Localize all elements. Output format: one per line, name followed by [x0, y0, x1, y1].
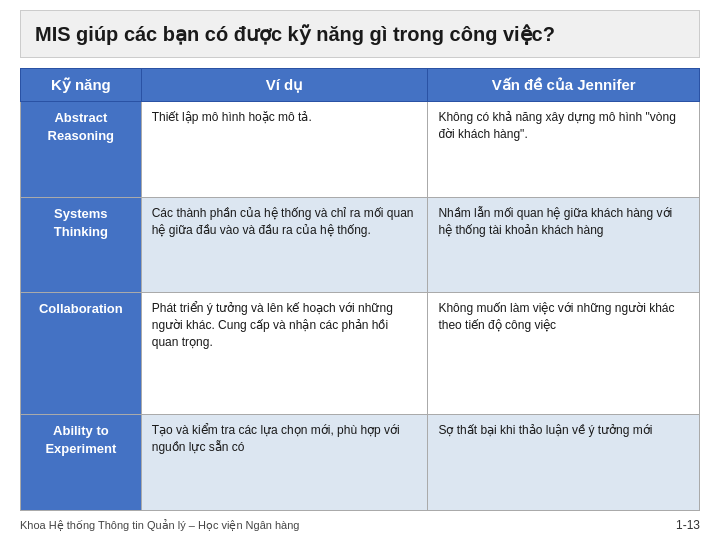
jennifer-cell: Nhầm lẫn mối quan hệ giữa khách hàng với… — [428, 197, 700, 293]
page-title: MIS giúp các bạn có được kỹ năng gì tron… — [20, 10, 700, 58]
table-row: CollaborationPhát triển ý tưởng và lên k… — [21, 293, 700, 415]
page-wrapper: MIS giúp các bạn có được kỹ năng gì tron… — [0, 0, 720, 540]
col-header-jennifer: Vấn đề của Jennifer — [428, 69, 700, 102]
example-cell: Phát triển ý tưởng và lên kế hoạch với n… — [141, 293, 428, 415]
skills-table: Kỹ năng Ví dụ Vấn đề của Jennifer Abstra… — [20, 68, 700, 511]
title-text: MIS giúp các bạn có được kỹ năng gì tron… — [35, 23, 555, 45]
table-row: Abstract ReasoningThiết lập mô hình hoặc… — [21, 102, 700, 198]
skill-cell: Collaboration — [21, 293, 142, 415]
jennifer-cell: Không muốn làm việc với những người khác… — [428, 293, 700, 415]
jennifer-cell: Sợ thất bại khi thảo luận về ý tưởng mới — [428, 415, 700, 511]
page-number: 1-13 — [676, 518, 700, 532]
skill-cell: Ability to Experiment — [21, 415, 142, 511]
footer-text: Khoa Hệ thống Thông tin Quản lý – Học vi… — [20, 519, 299, 532]
col-header-skill: Kỹ năng — [21, 69, 142, 102]
example-cell: Các thành phần của hệ thống và chỉ ra mố… — [141, 197, 428, 293]
example-cell: Tạo và kiểm tra các lựa chọn mới, phù hợ… — [141, 415, 428, 511]
example-cell: Thiết lập mô hình hoặc mô tả. — [141, 102, 428, 198]
skill-cell: Abstract Reasoning — [21, 102, 142, 198]
footer-bar: Khoa Hệ thống Thông tin Quản lý – Học vi… — [20, 518, 700, 532]
table-row: Ability to ExperimentTạo và kiểm tra các… — [21, 415, 700, 511]
col-header-example: Ví dụ — [141, 69, 428, 102]
skill-cell: Systems Thinking — [21, 197, 142, 293]
table-row: Systems ThinkingCác thành phần của hệ th… — [21, 197, 700, 293]
jennifer-cell: Không có khả năng xây dựng mô hình "vòng… — [428, 102, 700, 198]
